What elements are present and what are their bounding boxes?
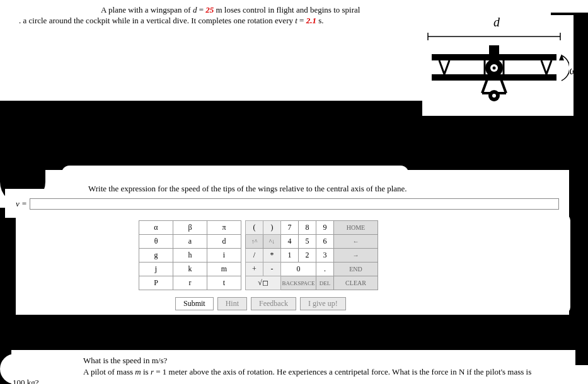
answer-label: v = bbox=[16, 199, 27, 209]
key-1[interactable]: 1 bbox=[281, 249, 299, 263]
svg-line-9 bbox=[546, 60, 551, 74]
key-sup[interactable]: ↑^ bbox=[246, 235, 263, 249]
key-6[interactable]: 6 bbox=[316, 235, 334, 249]
key-backspace[interactable]: BACKSPACE bbox=[281, 276, 316, 290]
key-p-upper[interactable]: P bbox=[139, 276, 173, 290]
key-i[interactable]: i bbox=[207, 249, 241, 263]
key-m[interactable]: m bbox=[207, 263, 241, 276]
key-mult[interactable]: * bbox=[263, 249, 281, 263]
hint-button[interactable]: Hint bbox=[217, 297, 247, 310]
key-9[interactable]: 9 bbox=[316, 221, 334, 235]
svg-line-8 bbox=[541, 60, 546, 74]
key-4[interactable]: 4 bbox=[281, 235, 299, 249]
plane-diagram: d ω bbox=[424, 19, 569, 113]
key-g[interactable]: g bbox=[139, 249, 173, 263]
key-lparen[interactable]: ( bbox=[246, 221, 263, 235]
key-beta[interactable]: β bbox=[173, 221, 207, 235]
key-divide[interactable]: / bbox=[246, 249, 263, 263]
key-h[interactable]: h bbox=[173, 249, 207, 263]
key-7[interactable]: 7 bbox=[281, 221, 299, 235]
key-k[interactable]: k bbox=[173, 263, 207, 276]
feedback-button[interactable]: Feedback bbox=[251, 297, 296, 310]
svg-line-15 bbox=[482, 79, 487, 93]
key-5[interactable]: 5 bbox=[299, 235, 316, 249]
symbol-pad: α β π θ a d g h i j k m P r t bbox=[139, 220, 241, 290]
key-a[interactable]: a bbox=[173, 235, 207, 249]
followup-q2-end: 100 kg? bbox=[13, 377, 580, 384]
key-end[interactable]: END bbox=[334, 263, 378, 276]
svg-rect-20 bbox=[489, 45, 499, 54]
d-label: d bbox=[493, 15, 500, 30]
key-t[interactable]: t bbox=[207, 276, 241, 290]
svg-point-14 bbox=[493, 67, 496, 70]
key-r[interactable]: r bbox=[173, 276, 207, 290]
followup-questions: What is the speed in m/s? A pilot of mas… bbox=[13, 355, 580, 384]
key-sqrt[interactable]: √◻ bbox=[246, 276, 281, 290]
key-j[interactable]: j bbox=[139, 263, 173, 276]
followup-q1: What is the speed in m/s? bbox=[13, 355, 580, 366]
key-minus[interactable]: - bbox=[263, 263, 281, 276]
instruction-text: Write the expression for the speed of th… bbox=[88, 184, 407, 194]
key-plus[interactable]: + bbox=[246, 263, 263, 276]
key-theta[interactable]: θ bbox=[139, 235, 173, 249]
giveup-button[interactable]: I give up! bbox=[300, 297, 346, 310]
key-0[interactable]: 0 bbox=[281, 263, 316, 276]
answer-input[interactable] bbox=[30, 198, 559, 210]
key-pi[interactable]: π bbox=[207, 221, 241, 235]
svg-line-16 bbox=[501, 79, 506, 93]
key-rparen[interactable]: ) bbox=[263, 221, 281, 235]
numeric-pad: ( ) 7 8 9 HOME ↑^ ^↓ 4 5 6 ← / * 1 2 3 bbox=[245, 220, 378, 290]
key-clear[interactable]: CLEAR bbox=[334, 276, 378, 290]
key-sub[interactable]: ^↓ bbox=[263, 235, 281, 249]
key-left[interactable]: ← bbox=[334, 235, 378, 249]
equation-keypad: α β π θ a d g h i j k m P r t bbox=[139, 220, 378, 290]
submit-button[interactable]: Submit bbox=[175, 297, 214, 310]
svg-line-7 bbox=[444, 60, 449, 74]
key-8[interactable]: 8 bbox=[299, 221, 316, 235]
key-right[interactable]: → bbox=[334, 249, 378, 263]
key-dot[interactable]: . bbox=[316, 263, 334, 276]
svg-marker-3 bbox=[559, 54, 564, 60]
key-3[interactable]: 3 bbox=[316, 249, 334, 263]
key-d[interactable]: d bbox=[207, 235, 241, 249]
key-2[interactable]: 2 bbox=[299, 249, 316, 263]
key-del[interactable]: DEL bbox=[316, 276, 334, 290]
svg-line-6 bbox=[439, 60, 444, 74]
omega-label: ω bbox=[569, 64, 577, 77]
problem-statement: A plane with a wingspan of d = 25 m lose… bbox=[19, 5, 460, 26]
key-home[interactable]: HOME bbox=[334, 221, 378, 235]
key-alpha[interactable]: α bbox=[139, 221, 173, 235]
svg-point-19 bbox=[492, 94, 496, 98]
